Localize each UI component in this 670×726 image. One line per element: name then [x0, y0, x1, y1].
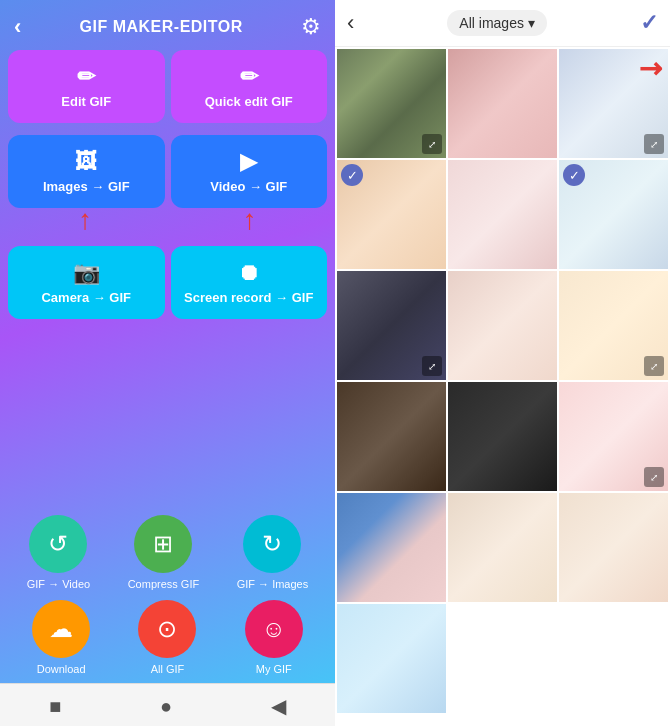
main-grid: ✏ Edit GIF ✏ Quick edit GIF 🖼 Images → G… — [0, 50, 335, 505]
expand-icon[interactable]: ⤢ — [644, 356, 664, 376]
gif-images-item[interactable]: ↻ GIF → Images — [237, 515, 309, 590]
expand-icon[interactable]: ⤢ — [644, 134, 664, 154]
image-cell[interactable]: ⤢ — [337, 271, 446, 380]
camera-gif-label: Camera → GIF — [41, 290, 131, 305]
selected-check-icon: ✓ — [341, 164, 363, 186]
video-gif-button[interactable]: ▶ Video → GIF — [171, 135, 328, 208]
image-cell[interactable] — [448, 160, 557, 269]
video-gif-label: Video → GIF — [210, 179, 287, 194]
bottom-nav: ■ ● ◀ — [0, 683, 335, 726]
image-cell[interactable] — [448, 271, 557, 380]
expand-icon[interactable]: ⤢ — [422, 134, 442, 154]
settings-icon[interactable]: ⚙ — [301, 14, 321, 40]
download-item[interactable]: ☁ Download — [32, 600, 90, 675]
row-3: 📷 Camera → GIF ⏺ Screen record → GIF — [8, 246, 327, 319]
quick-edit-gif-button[interactable]: ✏ Quick edit GIF — [171, 50, 328, 123]
images-gif-icon: 🖼 — [75, 149, 97, 175]
selected-check-icon: ✓ — [563, 164, 585, 186]
edit-gif-icon: ✏ — [77, 64, 95, 90]
download-label: Download — [37, 663, 86, 675]
image-cell[interactable]: ⤢ — [559, 271, 668, 380]
image-cell[interactable]: ⤢ — [559, 49, 668, 158]
arrow-up-left: ↑ — [78, 204, 92, 236]
right-top-bar: ‹ All images ▾ ✓ — [335, 0, 670, 47]
video-gif-icon: ▶ — [240, 149, 257, 175]
back-button[interactable]: ‹ — [14, 14, 21, 40]
nav-square-icon[interactable]: ■ — [49, 695, 61, 718]
all-gif-button[interactable]: ⊙ — [138, 600, 196, 658]
image-cell[interactable] — [337, 382, 446, 491]
my-gif-item[interactable]: ☺ My GIF — [245, 600, 303, 675]
image-cell[interactable] — [559, 493, 668, 602]
row-2: 🖼 Images → GIF ▶ Video → GIF ↑ ↑ — [8, 135, 327, 208]
image-cell[interactable]: ⤢ — [337, 49, 446, 158]
arrow-up-right: ↑ — [243, 204, 257, 236]
screen-record-gif-label: Screen record → GIF — [184, 290, 313, 305]
image-cell[interactable] — [448, 49, 557, 158]
image-cell[interactable] — [337, 604, 446, 713]
app-title: GIF MAKER-EDITOR — [80, 18, 243, 36]
circle-row-1: ↺ GIF → Video ⊞ Compress GIF ↻ GIF → Ima… — [0, 505, 335, 596]
quick-edit-gif-icon: ✏ — [240, 64, 258, 90]
my-gif-button[interactable]: ☺ — [245, 600, 303, 658]
all-gif-icon: ⊙ — [157, 615, 177, 643]
camera-gif-icon: 📷 — [73, 260, 100, 286]
expand-icon[interactable]: ⤢ — [422, 356, 442, 376]
compress-gif-item[interactable]: ⊞ Compress GIF — [128, 515, 200, 590]
edit-gif-label: Edit GIF — [61, 94, 111, 109]
chevron-down-icon: ▾ — [528, 15, 535, 31]
gif-video-icon: ↺ — [48, 530, 68, 558]
my-gif-icon: ☺ — [262, 615, 287, 643]
image-cell[interactable] — [448, 493, 557, 602]
gif-video-button[interactable]: ↺ — [29, 515, 87, 573]
download-button[interactable]: ☁ — [32, 600, 90, 658]
quick-edit-gif-label: Quick edit GIF — [205, 94, 293, 109]
image-grid: ⤢⤢✓✓⤢⤢⤢ — [335, 47, 670, 726]
screen-record-gif-icon: ⏺ — [238, 260, 260, 286]
all-gif-item[interactable]: ⊙ All GIF — [138, 600, 196, 675]
gif-images-label: GIF → Images — [237, 578, 309, 590]
nav-circle-icon[interactable]: ● — [160, 695, 172, 718]
gif-video-label: GIF → Video — [27, 578, 90, 590]
nav-back-icon[interactable]: ◀ — [271, 694, 286, 718]
expand-icon[interactable]: ⤢ — [644, 467, 664, 487]
gif-images-button[interactable]: ↻ — [243, 515, 301, 573]
right-back-button[interactable]: ‹ — [347, 10, 354, 36]
gif-video-item[interactable]: ↺ GIF → Video — [27, 515, 90, 590]
image-cell[interactable]: ✓ — [559, 160, 668, 269]
edit-gif-button[interactable]: ✏ Edit GIF — [8, 50, 165, 123]
top-bar: ‹ GIF MAKER-EDITOR ⚙ — [0, 0, 335, 50]
right-panel: ‹ All images ▾ ✓ ↗ ⤢⤢✓✓⤢⤢⤢ — [335, 0, 670, 726]
left-panel: ‹ GIF MAKER-EDITOR ⚙ ✏ Edit GIF ✏ Quick … — [0, 0, 335, 726]
image-cell[interactable] — [337, 493, 446, 602]
compress-gif-label: Compress GIF — [128, 578, 200, 590]
compress-gif-icon: ⊞ — [153, 530, 173, 558]
circle-row-2: ☁ Download ⊙ All GIF ☺ My GIF — [0, 596, 335, 683]
image-cell[interactable] — [448, 382, 557, 491]
image-cell[interactable]: ✓ — [337, 160, 446, 269]
screen-record-gif-button[interactable]: ⏺ Screen record → GIF — [171, 246, 328, 319]
gif-images-icon: ↻ — [262, 530, 282, 558]
images-gif-label: Images → GIF — [43, 179, 130, 194]
dropdown-label: All images — [459, 15, 524, 31]
all-images-dropdown[interactable]: All images ▾ — [447, 10, 547, 36]
image-cell[interactable]: ⤢ — [559, 382, 668, 491]
confirm-check-button[interactable]: ✓ — [640, 10, 658, 36]
images-gif-button[interactable]: 🖼 Images → GIF — [8, 135, 165, 208]
row-1: ✏ Edit GIF ✏ Quick edit GIF — [8, 50, 327, 123]
camera-gif-button[interactable]: 📷 Camera → GIF — [8, 246, 165, 319]
my-gif-label: My GIF — [256, 663, 292, 675]
all-gif-label: All GIF — [151, 663, 185, 675]
download-icon: ☁ — [49, 615, 73, 643]
compress-gif-button[interactable]: ⊞ — [134, 515, 192, 573]
